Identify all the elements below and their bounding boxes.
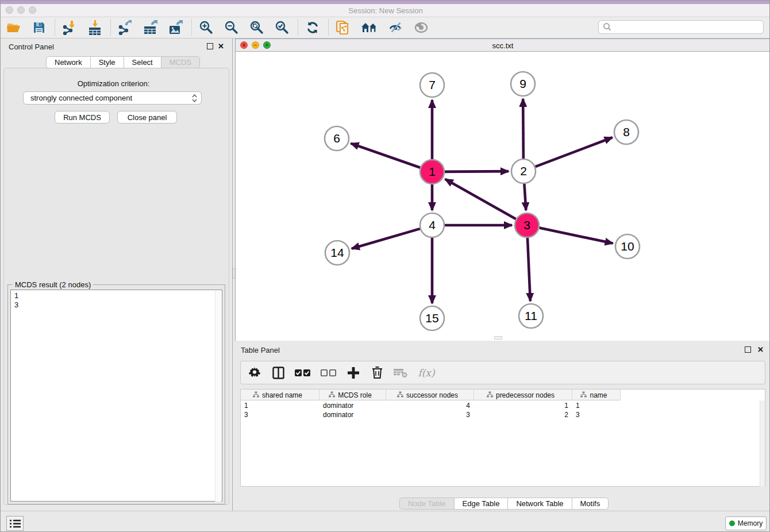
mcds-result-text[interactable]: 13: [10, 290, 222, 502]
table-toolbar: f(x): [240, 361, 765, 384]
close-panel-button[interactable]: Close panel: [117, 111, 177, 124]
column-sort-icon: [491, 391, 493, 399]
edge-3-11[interactable]: [528, 238, 530, 301]
node-label-7: 7: [429, 78, 436, 91]
search-input[interactable]: [613, 21, 763, 33]
export-table-icon[interactable]: [143, 20, 158, 35]
table-cell[interactable]: 2: [474, 410, 572, 419]
edge-2-3[interactable]: [524, 184, 526, 210]
column-label: name: [590, 391, 607, 399]
edge-1-6[interactable]: [351, 144, 421, 168]
table-scrollbar[interactable]: [760, 400, 765, 487]
criterion-value: strongly connected component: [30, 94, 132, 102]
table-row[interactable]: 1dominator411: [241, 401, 621, 410]
open-session-icon[interactable]: [6, 20, 21, 35]
column-header-shared-name[interactable]: shared name: [241, 390, 319, 400]
column-sort-icon: [257, 391, 259, 399]
run-mcds-button[interactable]: Run MCDS: [55, 111, 110, 124]
zoom-selected-icon[interactable]: [275, 20, 290, 35]
criterion-dropdown[interactable]: strongly connected component: [23, 91, 202, 105]
search-icon: [602, 22, 613, 32]
zoom-in-icon[interactable]: [199, 20, 214, 35]
column-header-MCDS-role[interactable]: MCDS role: [319, 390, 386, 400]
delete-column-icon[interactable]: [370, 366, 384, 380]
refresh-icon[interactable]: [305, 20, 320, 35]
tab-network-table[interactable]: Network Table: [507, 498, 572, 510]
table-cell[interactable]: dominator: [319, 410, 386, 419]
edge-2-9[interactable]: [523, 99, 523, 159]
tab-mcds[interactable]: MCDS: [161, 56, 200, 68]
column-sort-icon: [585, 391, 587, 399]
hide-selected-icon[interactable]: [388, 20, 403, 35]
save-session-icon[interactable]: [32, 20, 47, 35]
select-all-checkboxes-icon[interactable]: [295, 366, 311, 380]
export-image-icon[interactable]: [168, 20, 183, 35]
table-cell[interactable]: dominator: [319, 401, 386, 410]
table-panel: Table Panel ✕ f(x): [235, 344, 770, 511]
table-header-row: shared nameMCDS rolesuccessor nodesprede…: [241, 390, 621, 400]
edge-2-8[interactable]: [536, 137, 613, 167]
table-cell[interactable]: 1: [474, 401, 572, 410]
toolbar-separator: [328, 20, 329, 36]
column-header-predecessor-nodes[interactable]: predecessor nodes: [474, 390, 572, 400]
first-neighbors-icon[interactable]: [361, 20, 378, 35]
node-label-11: 11: [525, 309, 537, 322]
node-label-8: 8: [623, 125, 630, 138]
zoom-fit-icon[interactable]: [249, 20, 264, 35]
result-scrollbar[interactable]: [215, 291, 221, 502]
list-icon: [10, 519, 21, 528]
main-toolbar: [1, 17, 770, 38]
memory-button[interactable]: Memory: [725, 516, 767, 530]
edge-4-14[interactable]: [352, 229, 420, 249]
add-column-icon[interactable]: [346, 366, 360, 380]
column-header-name[interactable]: name: [572, 390, 621, 400]
tab-node-table[interactable]: Node Table: [399, 498, 455, 510]
node-label-4: 4: [429, 218, 436, 232]
task-history-button[interactable]: [6, 516, 24, 531]
canvas-hscroll-thumb[interactable]: [494, 336, 502, 340]
application-window: Session: New Session: [0, 0, 770, 532]
toolbar-separator: [298, 20, 298, 36]
table-cell[interactable]: 3: [572, 410, 621, 419]
column-header-successor-nodes[interactable]: successor nodes: [386, 390, 474, 400]
mcds-result-lines: 13: [14, 291, 218, 310]
edge-3-10[interactable]: [540, 228, 613, 244]
table-cell[interactable]: 1: [241, 401, 319, 410]
node-label-14: 14: [330, 246, 344, 259]
import-network-icon[interactable]: [62, 20, 77, 35]
deselect-all-checkboxes-icon[interactable]: [321, 366, 337, 380]
table-cell[interactable]: 1: [572, 401, 621, 410]
network-canvas[interactable]: 7968124314101511: [236, 52, 770, 341]
show-all-icon[interactable]: [414, 20, 429, 35]
network-graph[interactable]: 7968124314101511: [236, 52, 770, 341]
tab-motifs[interactable]: Motifs: [572, 498, 609, 510]
zoom-out-icon[interactable]: [224, 20, 239, 35]
column-visibility-icon[interactable]: [271, 366, 285, 380]
search-box[interactable]: [598, 20, 764, 34]
table-cell[interactable]: 3: [241, 410, 319, 419]
tab-network[interactable]: Network: [46, 56, 91, 68]
duplicate-network-icon[interactable]: [336, 20, 351, 35]
table-cell[interactable]: 3: [386, 410, 474, 419]
table-cell[interactable]: 4: [386, 401, 474, 410]
table-panel-close-icon[interactable]: ✕: [757, 346, 764, 353]
column-label: successor nodes: [406, 391, 458, 399]
edge-3-1[interactable]: [445, 179, 516, 219]
export-network-icon[interactable]: [118, 20, 133, 35]
control-panel-close-icon[interactable]: ✕: [218, 43, 224, 49]
edge-1-2[interactable]: [445, 171, 509, 172]
memory-label: Memory: [738, 519, 763, 527]
tab-style[interactable]: Style: [90, 56, 124, 68]
optimization-criterion-label: Optimization criterion:: [1, 79, 226, 88]
tab-edge-table[interactable]: Edge Table: [454, 498, 509, 510]
network-window-title: scc.txt: [236, 41, 770, 50]
column-sort-icon: [333, 391, 335, 399]
chevron-up-down-icon: [191, 94, 198, 103]
control-panel-float-icon[interactable]: [207, 43, 213, 49]
settings-gear-icon[interactable]: [248, 366, 261, 380]
import-table-icon[interactable]: [87, 20, 102, 35]
table-panel-float-icon[interactable]: [745, 346, 751, 353]
tab-select[interactable]: Select: [124, 56, 161, 68]
table-row[interactable]: 3dominator323: [241, 410, 621, 419]
node-table[interactable]: shared nameMCDS rolesuccessor nodesprede…: [240, 389, 765, 487]
